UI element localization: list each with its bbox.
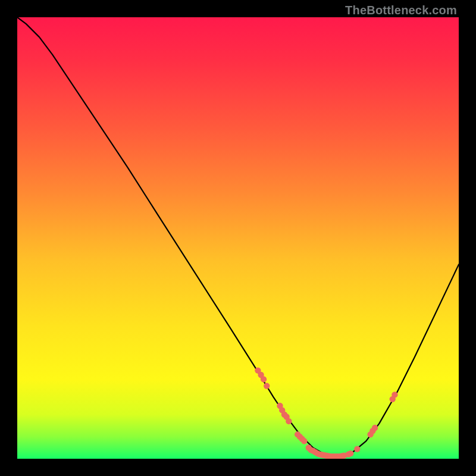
data-point <box>347 450 353 456</box>
chart-area <box>17 17 459 459</box>
chart-svg <box>17 17 459 459</box>
watermark-text: TheBottleneck.com <box>345 4 457 17</box>
data-point <box>301 438 307 444</box>
data-point <box>286 418 292 424</box>
data-point <box>392 392 397 397</box>
data-point <box>264 383 270 389</box>
gradient-background <box>17 17 459 459</box>
data-point <box>261 376 267 382</box>
data-point <box>372 425 378 431</box>
data-point <box>354 446 360 452</box>
